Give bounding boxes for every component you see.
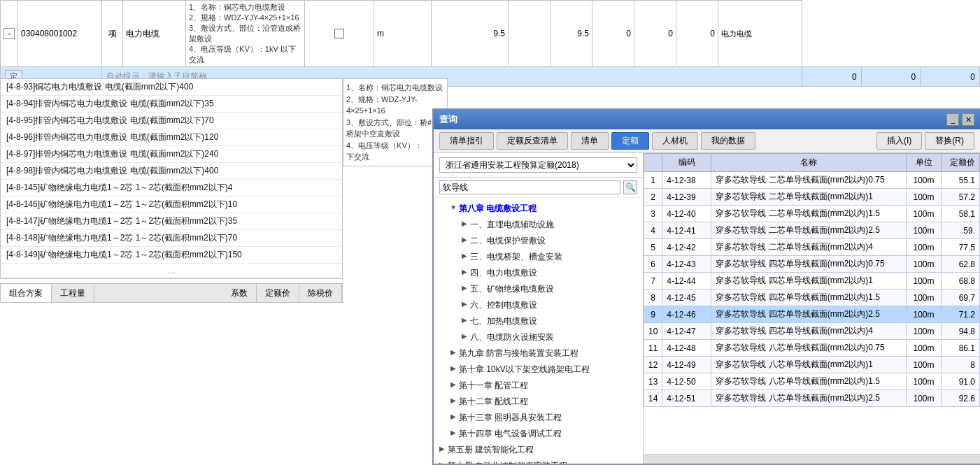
list-item-0[interactable]: [4-8-93]铜芯电力电缆敷设 电缆(截面mm2以下)400: [1, 79, 342, 96]
row-seq: 2: [644, 189, 662, 206]
list-item-5[interactable]: [4-8-98]排管内铜芯电力电缆敷设 电缆(截面mm2以下)400: [1, 163, 342, 180]
list-item-7[interactable]: [4-8-146]矿物绝缘电力电缆1～2芯 1～2芯(截面积mm2以下)10: [1, 196, 342, 213]
list-item-more: …: [1, 264, 342, 278]
cell-5: 0: [676, 1, 718, 67]
replace-button[interactable]: 替换(R): [925, 132, 974, 150]
tree-chapter-8[interactable]: ▼ 第八章 电缆敷设工程: [434, 201, 643, 217]
list-item-9[interactable]: [4-8-148]矿物绝缘电力电缆1～2芯 1～2芯(截面积mm2以下)70: [1, 230, 342, 247]
tab-quota-reverse[interactable]: 定额反查清单: [497, 132, 568, 150]
tree-chapter-14[interactable]: ▶ 第十四章 电气设备调试工程: [434, 426, 643, 442]
tree-label-v6: 第六册 自动化控制仪表安装工程: [448, 460, 567, 464]
insert-button[interactable]: 插入(I): [876, 132, 922, 150]
tree-vol-6[interactable]: ▶ 第六册 自动化控制仪表安装工程: [434, 458, 643, 464]
tree-chapter-11[interactable]: ▶ 第十一章 配管工程: [434, 378, 643, 394]
search-input[interactable]: [439, 180, 620, 194]
quota-table-scroll[interactable]: 编码 名称 单位 定额价 1 4-12-38 穿多芯软导线 二芯单导线截面(mm…: [644, 153, 980, 454]
row-price: 86.1: [942, 340, 980, 357]
tree-chapter-10[interactable]: ▶ 第十章 10kV以下架空线路架电工程: [434, 362, 643, 378]
cell-4: 0: [634, 1, 676, 67]
tab-coefficient[interactable]: 系数: [222, 285, 257, 302]
list-item-4[interactable]: [4-8-97]排管内铜芯电力电缆敷设 电缆(截面mm2以下)240: [1, 146, 342, 163]
quota-row[interactable]: 12 4-12-49 穿多芯软导线 八芯单导线截面(mm2以内)1 100m 8: [644, 357, 980, 373]
tree-item-8-7[interactable]: ▶ 七、加热电缆敷设: [434, 313, 643, 329]
quota-table-header: 编码 名称 单位 定额价: [644, 154, 980, 172]
dialog-left-panel: 浙江省通用安装工程预算定额(2018) 🔍 ▼ 第八章 电缆敷设工程 ▶ 一、直…: [434, 153, 644, 464]
tab-quota-price[interactable]: 定额价: [257, 285, 299, 302]
tab-tax-free[interactable]: 除税价: [299, 285, 342, 302]
row-desc: 1、名称：铜芯电力电缆敷设 2、规格：WDZ-YJY-4×25+1×16 3、敷…: [186, 1, 305, 67]
row-price: 71.2: [942, 306, 980, 323]
search-button[interactable]: 🔍: [623, 180, 637, 194]
tab-materials[interactable]: 人材机: [652, 132, 698, 150]
tree-vol-5[interactable]: ▶ 第五册 建筑智能化工程: [434, 442, 643, 458]
tab-list[interactable]: 清单: [571, 132, 609, 150]
horizontal-scrollbar[interactable]: [644, 454, 980, 464]
quota-row[interactable]: 5 4-12-42 穿多芯软导线 二芯单导线截面(mm2以内)4 100m 77…: [644, 239, 980, 256]
tree-label-8-1: 一、直埋电缆辅助设施: [470, 219, 554, 231]
minimize-button[interactable]: _: [946, 113, 959, 126]
row-checkbox[interactable]: [334, 29, 344, 38]
quota-row[interactable]: 3 4-12-40 穿多芯软导线 二芯单导线截面(mm2以内)1.5 100m …: [644, 206, 980, 222]
tree-chapter-13[interactable]: ▶ 第十三章 照明器具安装工程: [434, 410, 643, 426]
header-code: 编码: [662, 154, 711, 172]
tree-item-8-5[interactable]: ▶ 五、矿物绝缘电缆敷设: [434, 281, 643, 297]
quota-row[interactable]: 7 4-12-44 穿多芯软导线 四芯单导线截面(mm2以内)1 100m 68…: [644, 273, 980, 289]
row-seq: 9: [644, 306, 662, 323]
qty-cell: 9.5: [431, 1, 508, 67]
row-name: 穿多芯软导线 四芯单导线截面(mm2以内)0.75: [711, 256, 907, 273]
tree-arrow-v6: ▶: [436, 461, 448, 464]
row-unit: 100m: [907, 222, 942, 239]
tab-quantity[interactable]: 工程量: [52, 285, 94, 302]
close-button[interactable]: ✕: [962, 113, 974, 126]
quota-row[interactable]: 11 4-12-48 穿多芯软导线 八芯单导线截面(mm2以内)0.75 100…: [644, 340, 980, 357]
row-code: 4-12-45: [662, 289, 711, 306]
row-name: 穿多芯软导线 四芯单导线截面(mm2以内)2.5: [711, 306, 907, 323]
header-price: 定额价: [942, 154, 980, 172]
quota-row[interactable]: 4 4-12-41 穿多芯软导线 二芯单导线截面(mm2以内)2.5 100m …: [644, 222, 980, 239]
row-name: 穿多芯软导线 二芯单导线截面(mm2以内)1.5: [711, 206, 907, 222]
row-price: 69.7: [942, 289, 980, 306]
main-table: － 030408001002 项 电力电缆 1、名称：铜芯电力电缆敷设 2、规格…: [0, 0, 980, 87]
quota-row[interactable]: 14 4-12-51 穿多芯软导线 八芯单导线截面(mm2以内)2.5 100m…: [644, 390, 980, 407]
tree-item-8-8[interactable]: ▶ 八、电缆防火设施安装: [434, 329, 643, 345]
province-selector[interactable]: 浙江省通用安装工程预算定额(2018): [439, 157, 637, 173]
tree-item-8-6[interactable]: ▶ 六、控制电缆敷设: [434, 297, 643, 313]
list-item-2[interactable]: [4-8-95]排管内铜芯电力电缆敷设 电缆(截面mm2以下)70: [1, 113, 342, 129]
row-unit: 100m: [907, 373, 942, 390]
list-item-1[interactable]: [4-8-94]排管内铜芯电力电缆敷设 电缆(截面mm2以下)35: [1, 96, 342, 113]
list-item-10[interactable]: [4-8-149]矿物绝缘电力电缆1～2芯 1～2芯(截面积mm2以下)150: [1, 247, 342, 264]
row-seq: 1: [644, 172, 662, 189]
row-price: 62.8: [942, 256, 980, 273]
desc-s2: 2、规格：WDZ-YJY-4×25+1×16: [346, 94, 444, 117]
dialog-body: 浙江省通用安装工程预算定额(2018) 🔍 ▼ 第八章 电缆敷设工程 ▶ 一、直…: [434, 153, 980, 464]
tree-chapter-12[interactable]: ▶ 第十二章 配线工程: [434, 394, 643, 410]
tab-my-data[interactable]: 我的数据: [701, 132, 755, 150]
row-name: 电力电缆: [123, 1, 186, 67]
row-name: 穿多芯软导线 八芯单导线截面(mm2以内)0.75: [711, 340, 907, 357]
row-unit: 100m: [907, 323, 942, 340]
quota-row[interactable]: 2 4-12-39 穿多芯软导线 二芯单导线截面(mm2以内)1 100m 57…: [644, 189, 980, 206]
tree-item-8-2[interactable]: ▶ 二、电缆保护管敷设: [434, 233, 643, 249]
tree-item-8-3[interactable]: ▶ 三、电缆桥架、槽盒安装: [434, 249, 643, 265]
tab-combination[interactable]: 组合方案: [1, 285, 52, 302]
tab-list-guide[interactable]: 清单指引: [439, 132, 494, 150]
quota-row[interactable]: 13 4-12-50 穿多芯软导线 八芯单导线截面(mm2以内)1.5 100m…: [644, 373, 980, 390]
quota-row[interactable]: 6 4-12-43 穿多芯软导线 四芯单导线截面(mm2以内)0.75 100m…: [644, 256, 980, 273]
expand-button[interactable]: －: [3, 28, 15, 39]
top-table-area: － 030408001002 项 电力电缆 1、名称：铜芯电力电缆敷设 2、规格…: [0, 0, 980, 87]
quota-row[interactable]: 8 4-12-45 穿多芯软导线 四芯单导线截面(mm2以内)1.5 100m …: [644, 289, 980, 306]
tab-quota[interactable]: 定额: [611, 132, 649, 150]
tree-chapter-9[interactable]: ▶ 第九章 防雷与接地装置安装工程: [434, 345, 643, 362]
list-item-8[interactable]: [4-8-147]矿物绝缘电力电缆1～2芯 1～2芯(截面积mm2以下)35: [1, 213, 342, 230]
row-seq: 8: [644, 289, 662, 306]
left-list-panel: [4-8-93]铜芯电力电缆敷设 电缆(截面mm2以下)400 [4-8-94]…: [0, 78, 343, 279]
list-item-3[interactable]: [4-8-96]排管内铜芯电力电缆敷设 电缆(截面mm2以下)120: [1, 129, 342, 146]
quota-row[interactable]: 1 4-12-38 穿多芯软导线 二芯单导线截面(mm2以内)0.75 100m…: [644, 172, 980, 189]
quota-row[interactable]: 9 4-12-46 穿多芯软导线 四芯单导线截面(mm2以内)2.5 100m …: [644, 306, 980, 323]
row-code: 4-12-41: [662, 222, 711, 239]
tree-item-8-4[interactable]: ▶ 四、电力电缆敷设: [434, 265, 643, 281]
tree-item-8-1[interactable]: ▶ 一、直埋电缆辅助设施: [434, 217, 643, 233]
row-code: 4-12-46: [662, 306, 711, 323]
list-item-6[interactable]: [4-8-145]矿物绝缘电力电缆1～2芯 1～2芯(截面积mm2以下)4: [1, 180, 342, 196]
quota-row[interactable]: 10 4-12-47 穿多芯软导线 四芯单导线截面(mm2以内)4 100m 9…: [644, 323, 980, 340]
